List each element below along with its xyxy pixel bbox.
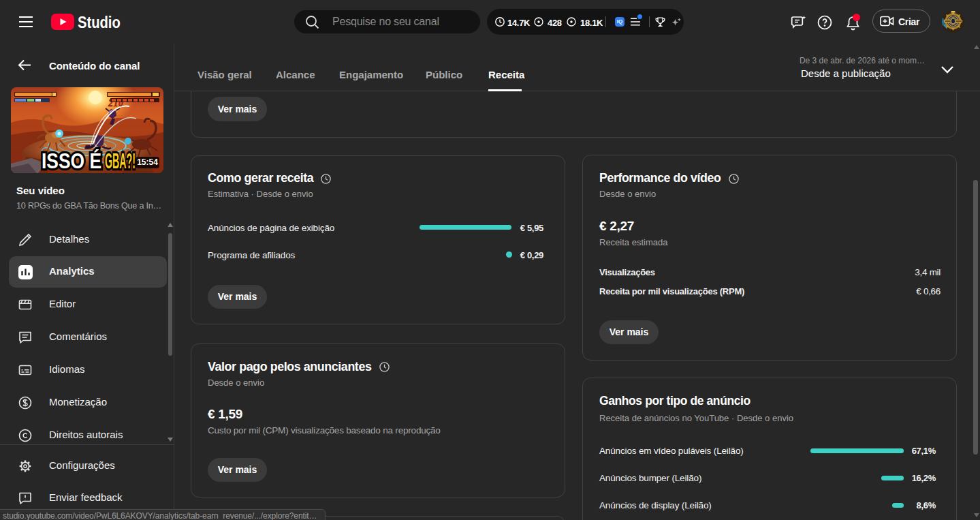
svg-text:ISSO É: ISSO É [42,149,101,173]
svg-text:GBA?!: GBA?! [105,149,136,173]
